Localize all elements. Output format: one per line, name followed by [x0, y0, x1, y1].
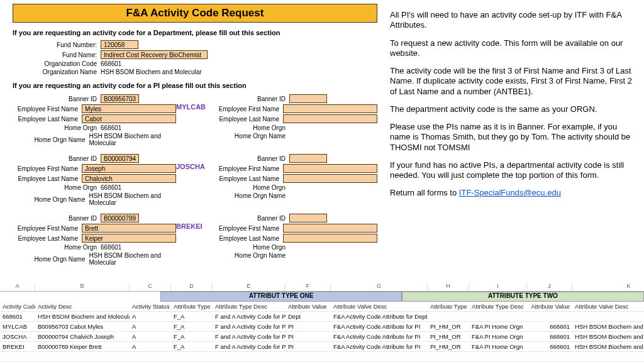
- col-letter-e: E: [213, 283, 286, 291]
- bottom-spreadsheet: A B C D E F G H I J K ATTRIBUT TYPE ONE …: [0, 283, 644, 362]
- table-row: BREKEIB00000789 Keiper BrettAF_AF and A …: [0, 342, 644, 352]
- label-last-name: Employee Last Name: [13, 116, 82, 123]
- value-org-name: HSH BSOM Biochem and Molecular: [101, 69, 202, 75]
- group-header-row: ATTRIBUT TYPE ONE ATTRIBUTE TYPE TWO: [0, 292, 644, 302]
- label-home-orgn: Home Orgn: [13, 124, 101, 131]
- cell: F&A Activity Code Attribute for PI: [331, 333, 428, 340]
- label-last-name: Employee Last Name: [13, 235, 82, 242]
- instr-p6: If your fund has no active PIs, a depart…: [390, 160, 635, 181]
- hdr-activity-status: Activity Status: [130, 303, 171, 310]
- label-last-name: Employee Last Name: [214, 235, 283, 242]
- cell: PI_HM_OR: [428, 343, 469, 350]
- label-home-orgn: Home Orgn: [214, 124, 289, 131]
- label-first-name: Employee First Name: [214, 225, 283, 232]
- label-home-orgn: Home Orgn: [214, 184, 289, 191]
- label-first-name: Employee First Name: [13, 225, 82, 232]
- hdr-attr-type-desc-2: Attribute Type Desc: [469, 303, 527, 310]
- field-banner-id: B00000794: [101, 154, 139, 163]
- cell: F&A Activity Code Attribute for PI: [331, 343, 428, 350]
- label-fund-number: Fund Number:: [13, 41, 101, 48]
- label-home-orgn-name: Home Orgn Name: [214, 133, 289, 140]
- pi-row: Banner IDB00956703 Employee First NameMy…: [13, 93, 377, 148]
- label-org-name: Organization Name: [13, 69, 101, 75]
- cell: B00000794 Chalvich Joseph: [35, 333, 130, 340]
- pi-left-block: Banner IDB00000789 Employee First NameBr…: [13, 212, 176, 267]
- label-home-orgn-name: Home Orgn Name: [13, 136, 89, 143]
- table-row: MYLCABB00956703 Cabot MylesAF_AF and A A…: [0, 322, 644, 332]
- cell: F&A PI Home Orgn: [469, 343, 527, 350]
- cell: JOSCHA: [0, 333, 35, 340]
- value-home-orgn: 668601: [101, 184, 121, 191]
- label-banner-id: Banner ID: [13, 215, 101, 222]
- cell: A: [130, 333, 171, 340]
- field-fund-number: 120058: [101, 40, 138, 49]
- hdr-attr-type-2: Attribute Type: [428, 303, 469, 310]
- form-title: F&A Activity Code Request: [13, 4, 377, 23]
- table-row: 668601HSH BSOM Biochem and MolecularAF_A…: [0, 312, 644, 322]
- generated-activity-code: MYLCAB: [176, 93, 214, 111]
- cell: PI_HM_OR: [428, 333, 469, 340]
- col-letter-c: C: [130, 283, 171, 291]
- cell: B00000789 Keiper Brett: [35, 343, 130, 350]
- cell: HSH BSOM Biochem and Molecular PI Home O…: [572, 323, 644, 330]
- cell: F_A: [171, 313, 213, 320]
- pi-row: Banner IDB00000789 Employee First NameBr…: [13, 212, 377, 267]
- col-letter-d: D: [171, 283, 213, 291]
- cell: F and A Activity Code for PI: [213, 313, 286, 320]
- return-email-link[interactable]: ITF-SpecialFunds@ecu.edu: [459, 188, 561, 197]
- field-last-name: Keiper: [82, 234, 176, 243]
- field-last-name-blank: [283, 174, 377, 183]
- col-letter-i: I: [469, 283, 527, 291]
- pi-left-block: Banner IDB00000794 Employee First NameJo…: [13, 153, 176, 207]
- field-fund-name: Indirect Cost Recovery BioChemist: [101, 50, 208, 59]
- cell: PI: [286, 343, 331, 350]
- cell: PI_HM_OR: [428, 323, 469, 330]
- group-header-one: ATTRIBUT TYPE ONE: [160, 292, 401, 302]
- cell: B00956703 Cabot Myles: [35, 323, 130, 330]
- col-letter-f: F: [286, 283, 331, 291]
- hdr-attr-valve-desc-1: Attribute Valve Desc: [331, 303, 428, 310]
- field-first-name-blank: [283, 224, 377, 233]
- field-last-name: Chalovich: [82, 174, 176, 183]
- label-first-name: Employee First Name: [214, 165, 283, 172]
- field-last-name: Cabot: [82, 114, 176, 123]
- col-letter-a: A: [0, 283, 35, 291]
- label-banner-id: Banner ID: [214, 155, 289, 162]
- label-home-orgn: Home Orgn: [13, 244, 101, 251]
- instr-p4: The department activity code is the same…: [390, 104, 635, 114]
- field-last-name-blank: [283, 114, 377, 123]
- instr-p2: To request a new activity code. This for…: [390, 38, 635, 59]
- field-last-name-blank: [283, 234, 377, 243]
- value-home-orgn: 668601: [101, 124, 121, 131]
- value-home-orgn-name: HSH BSOM Biochem and Molecular: [89, 133, 176, 146]
- cell: Dept: [286, 313, 331, 320]
- table-row: JOSCHAB00000794 Chalvich JosephAF_AF and…: [0, 332, 644, 342]
- cell: F_A: [171, 343, 213, 350]
- cell: 668601: [0, 313, 35, 320]
- cell: A: [130, 313, 171, 320]
- label-home-orgn: Home Orgn: [13, 184, 101, 191]
- form-image: F&A Activity Code Request If you are req…: [13, 0, 377, 267]
- field-banner-id: B00956703: [101, 94, 139, 103]
- hdr-attr-type-1: Attribute Type: [171, 303, 213, 310]
- label-last-name: Employee Last Name: [214, 116, 283, 123]
- field-first-name-blank: [283, 164, 377, 173]
- cell: PI: [286, 333, 331, 340]
- group-spacer-1: [0, 292, 160, 302]
- header-row: Activity Code Activity Desc Activity Sta…: [0, 302, 644, 312]
- label-banner-id: Banner ID: [214, 215, 289, 222]
- cell: F&A PI Home Orgn: [469, 333, 527, 340]
- generated-activity-code: JOSCHA: [176, 153, 214, 170]
- column-letters-row: A B C D E F G H I J K: [0, 283, 644, 292]
- label-first-name: Employee First Name: [214, 106, 283, 112]
- label-first-name: Employee First Name: [13, 165, 82, 172]
- instr-p7: Return all forms to ITF-SpecialFunds@ecu…: [390, 188, 635, 198]
- pi-right-block: Banner ID Employee First Name Employee L…: [214, 212, 377, 260]
- cell: F and A Activity Code for PI: [213, 333, 286, 340]
- cell: F and A Activity Code for PI: [213, 323, 286, 330]
- label-banner-id: Banner ID: [214, 96, 289, 102]
- label-banner-id: Banner ID: [13, 155, 101, 162]
- hdr-attr-valve-desc-2: Attribute Valve Desc: [572, 303, 644, 310]
- value-home-orgn-name: HSH BSOM Biochem and Molecular: [89, 252, 176, 266]
- cell: A: [130, 323, 171, 330]
